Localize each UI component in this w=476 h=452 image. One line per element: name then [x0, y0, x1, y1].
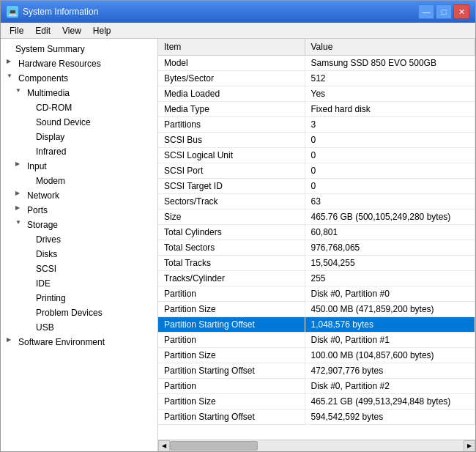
table-row[interactable]: Partition Size450.00 MB (471,859,200 byt…: [158, 302, 475, 317]
expander-icon[interactable]: ▼: [7, 73, 17, 84]
cell-value: 472,907,776 bytes: [305, 363, 475, 379]
close-button[interactable]: ✕: [453, 4, 469, 19]
main-content: System Summary▶Hardware Resources▼Compon…: [1, 39, 475, 451]
cell-item: Partitions: [158, 117, 305, 133]
table-row[interactable]: Partition Size465.21 GB (499,513,294,848…: [158, 394, 475, 410]
sidebar-item-scsi[interactable]: SCSI: [1, 262, 157, 276]
sidebar-item-problem-devices[interactable]: Problem Devices: [1, 305, 157, 320]
table-row[interactable]: Total Sectors976,768,065: [158, 240, 475, 256]
cell-value: 512: [305, 71, 475, 86]
sidebar-label: Problem Devices: [36, 308, 103, 318]
table-body: ModelSamsung SSD 850 EVO 500GBBytes/Sect…: [158, 56, 475, 425]
cell-item: SCSI Logical Unit: [158, 148, 305, 163]
table-row[interactable]: Bytes/Sector512: [158, 71, 475, 86]
expander-icon[interactable]: ▼: [15, 219, 26, 231]
sidebar-item-input[interactable]: ▶Input: [1, 159, 157, 174]
cell-item: Partition: [158, 379, 305, 394]
sidebar-label: CD-ROM: [36, 103, 72, 113]
maximize-button[interactable]: □: [436, 4, 452, 19]
cell-value: 0: [305, 163, 475, 179]
scroll-track[interactable]: [170, 440, 464, 452]
detail-table[interactable]: Item Value ModelSamsung SSD 850 EVO 500G…: [158, 39, 475, 440]
sidebar-item-printing[interactable]: Printing: [1, 291, 157, 305]
scroll-left-button[interactable]: ◀: [158, 440, 170, 452]
expander-icon[interactable]: ▶: [7, 58, 17, 70]
cell-value: Fixed hard disk: [305, 102, 475, 117]
sidebar-item-hardware-resources[interactable]: ▶Hardware Resources: [1, 56, 157, 71]
sidebar-item-disks[interactable]: Disks: [1, 247, 157, 262]
sidebar-item-usb[interactable]: USB: [1, 320, 157, 335]
sidebar-label: Software Environment: [18, 337, 105, 347]
table-row[interactable]: Size465.76 GB (500,105,249,280 bytes): [158, 210, 475, 225]
table-row[interactable]: Partition Size100.00 MB (104,857,600 byt…: [158, 348, 475, 363]
table-row[interactable]: PartitionDisk #0, Partition #1: [158, 333, 475, 348]
sidebar-item-cd-rom[interactable]: CD-ROM: [1, 100, 157, 115]
cell-value: 1,048,576 bytes: [305, 317, 475, 333]
sidebar-item-components[interactable]: ▼Components: [1, 71, 157, 86]
table-row[interactable]: PartitionDisk #0, Partition #0: [158, 286, 475, 302]
expander-icon[interactable]: ▼: [15, 87, 26, 99]
sidebar-item-system-summary[interactable]: System Summary: [1, 42, 157, 56]
cell-value: 0: [305, 148, 475, 163]
sidebar-item-storage[interactable]: ▼Storage: [1, 218, 157, 232]
menu-item-file[interactable]: File: [4, 24, 29, 37]
cell-item: Partition Starting Offset: [158, 317, 305, 333]
expander-icon[interactable]: ▶: [15, 204, 26, 216]
scroll-right-button[interactable]: ▶: [464, 440, 475, 452]
sidebar-item-software-environment[interactable]: ▶Software Environment: [1, 335, 157, 349]
sidebar-item-sound-device[interactable]: Sound Device: [1, 115, 157, 130]
sidebar[interactable]: System Summary▶Hardware Resources▼Compon…: [1, 39, 158, 451]
table-row[interactable]: Media LoadedYes: [158, 86, 475, 102]
sidebar-label: Multimedia: [27, 88, 70, 98]
menu-item-edit[interactable]: Edit: [29, 24, 56, 37]
minimize-button[interactable]: —: [418, 4, 434, 19]
table-row[interactable]: Sectors/Track63: [158, 194, 475, 210]
table-row[interactable]: PartitionDisk #0, Partition #2: [158, 379, 475, 394]
cell-item: Partition: [158, 333, 305, 348]
sidebar-item-network[interactable]: ▶Network: [1, 188, 157, 203]
sidebar-item-display[interactable]: Display: [1, 130, 157, 144]
table-row[interactable]: Total Tracks15,504,255: [158, 256, 475, 271]
app-icon: 💻: [7, 6, 18, 18]
table-row[interactable]: SCSI Port0: [158, 163, 475, 179]
cell-value: 15,504,255: [305, 256, 475, 271]
sidebar-item-ports[interactable]: ▶Ports: [1, 203, 157, 218]
expander-icon[interactable]: ▶: [15, 160, 26, 172]
table-row[interactable]: Partitions3: [158, 117, 475, 133]
cell-value: Samsung SSD 850 EVO 500GB: [305, 56, 475, 71]
expander-icon[interactable]: ▶: [15, 190, 26, 201]
sidebar-label: Drives: [36, 234, 61, 245]
menu-item-help[interactable]: Help: [87, 24, 117, 37]
sidebar-item-drives[interactable]: Drives: [1, 232, 157, 247]
sidebar-label: Network: [27, 190, 59, 201]
horizontal-scrollbar[interactable]: ◀ ▶: [158, 440, 475, 451]
sidebar-item-infrared[interactable]: Infrared: [1, 144, 157, 159]
cell-item: Model: [158, 56, 305, 71]
table-row[interactable]: SCSI Target ID0: [158, 179, 475, 194]
sidebar-item-modem[interactable]: Modem: [1, 174, 157, 188]
table-row[interactable]: Partition Starting Offset594,542,592 byt…: [158, 410, 475, 425]
cell-value: 465.21 GB (499,513,294,848 bytes): [305, 394, 475, 410]
cell-item: Partition Starting Offset: [158, 363, 305, 379]
table-row[interactable]: SCSI Logical Unit0: [158, 148, 475, 163]
title-bar: 💻 System Information — □ ✕: [1, 1, 475, 23]
col-item: Item: [158, 39, 305, 56]
scroll-thumb[interactable]: [170, 441, 258, 451]
table-row[interactable]: ModelSamsung SSD 850 EVO 500GB: [158, 56, 475, 71]
table-row[interactable]: Total Cylinders60,801: [158, 225, 475, 240]
table-row[interactable]: Media TypeFixed hard disk: [158, 102, 475, 117]
sidebar-item-ide[interactable]: IDE: [1, 276, 157, 291]
table-row[interactable]: Partition Starting Offset472,907,776 byt…: [158, 363, 475, 379]
sidebar-label: USB: [36, 322, 54, 333]
menu-item-view[interactable]: View: [56, 24, 87, 37]
expander-icon[interactable]: ▶: [7, 336, 17, 348]
sidebar-label: IDE: [36, 278, 51, 289]
table-row[interactable]: Partition Starting Offset1,048,576 bytes: [158, 317, 475, 333]
table-row[interactable]: SCSI Bus0: [158, 133, 475, 148]
sidebar-item-multimedia[interactable]: ▼Multimedia: [1, 86, 157, 100]
cell-item: Total Tracks: [158, 256, 305, 271]
sidebar-label: Display: [36, 132, 64, 142]
sidebar-label: Infrared: [36, 147, 66, 157]
table-row[interactable]: Tracks/Cylinder255: [158, 271, 475, 286]
cell-item: Partition: [158, 286, 305, 302]
